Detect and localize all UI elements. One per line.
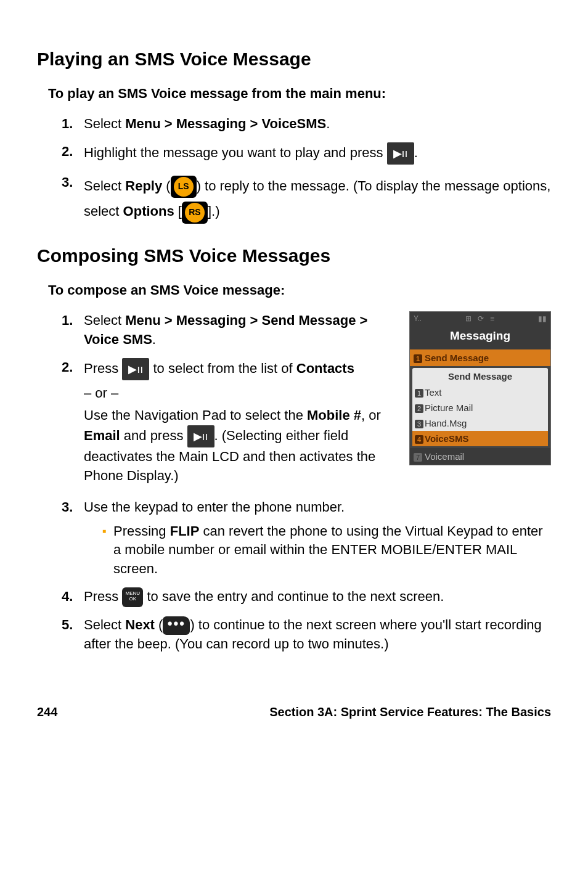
- compose-step-1: 1. Select Menu > Messaging > Send Messag…: [62, 311, 397, 349]
- next-label: Next: [125, 617, 155, 632]
- text: .: [152, 332, 156, 347]
- text: to select from the list of: [153, 360, 296, 375]
- text: .: [414, 144, 418, 160]
- play-pause-icon: ▶ıı: [122, 358, 149, 380]
- phone-screenshot: Y.. ⊞ ⟳ ≡ ▮▮ Messaging 1Send Message Sen…: [409, 311, 551, 465]
- page-footer: 244 Section 3A: Sprint Service Features:…: [37, 703, 551, 721]
- sub-label: Hand.Msg: [425, 418, 467, 428]
- text: Select: [84, 178, 125, 194]
- step-number: 2.: [62, 142, 84, 165]
- phone-submenu: Send Message 1Text 2Picture Mail 3Hand.M…: [410, 366, 550, 448]
- sub-label: Picture Mail: [425, 402, 473, 413]
- sub-label: VoiceSMS: [425, 433, 468, 444]
- step-number: 3.: [62, 173, 84, 225]
- text: Select: [84, 116, 125, 131]
- submenu-header: Send Message: [412, 368, 548, 385]
- menu-path: Menu > Messaging > VoiceSMS: [125, 116, 326, 131]
- text: [: [174, 203, 182, 219]
- text: and press: [120, 428, 187, 443]
- submenu-text: 1Text: [412, 385, 548, 400]
- submenu-voicesms: 4VoiceSMS: [412, 431, 548, 446]
- text: Select: [84, 312, 125, 328]
- text: (: [155, 617, 163, 632]
- text: Use the Navigation Pad to select the: [84, 407, 307, 423]
- or-divider: – or –: [84, 384, 397, 403]
- page-number: 244: [37, 703, 57, 721]
- play-step-2: 2. Highlight the message you want to pla…: [62, 142, 551, 165]
- text: , or: [361, 407, 381, 423]
- submenu-picture-mail: 2Picture Mail: [412, 400, 548, 415]
- heading-playing: Playing an SMS Voice Message: [37, 46, 551, 72]
- phone-screen-title: Messaging: [410, 325, 550, 349]
- text: Use the keypad to enter the phone number…: [84, 498, 551, 517]
- dots-softkey-icon: •••: [163, 616, 190, 635]
- right-softkey-icon: [182, 202, 208, 224]
- text: Press: [84, 589, 122, 604]
- menu-ok-icon: MENUOK: [122, 587, 143, 607]
- options-label: Options: [123, 203, 174, 219]
- compose-step-2: 2. Press ▶ıı to select from the list of …: [62, 358, 397, 489]
- heading-composing: Composing SMS Voice Messages: [37, 243, 551, 269]
- intro-playing: To play an SMS Voice message from the ma…: [48, 84, 551, 104]
- text: Highlight the message you want to play a…: [84, 144, 387, 160]
- phone-row-send-message: 1Send Message: [410, 349, 550, 366]
- text: to save the entry and continue to the ne…: [147, 589, 444, 604]
- submenu-hand-msg: 3Hand.Msg: [412, 415, 548, 431]
- section-label: Section 3A: Sprint Service Features: The…: [269, 703, 551, 721]
- text: .: [326, 116, 330, 131]
- mobile-label: Mobile #: [307, 407, 361, 423]
- text: (: [162, 178, 170, 194]
- phone-row-voicemail: 7Voicemail: [410, 448, 550, 465]
- step-number: 1.: [62, 311, 84, 349]
- row-label: Send Message: [425, 353, 489, 363]
- play-pause-icon: ▶ıı: [387, 142, 414, 165]
- play-step-1: 1. Select Menu > Messaging > VoiceSMS.: [62, 115, 551, 134]
- email-label: Email: [84, 428, 120, 443]
- bullet-flip: Pressing FLIP can revert the phone to us…: [102, 522, 551, 579]
- play-pause-icon: ▶ıı: [187, 425, 214, 447]
- left-softkey-icon: [171, 176, 197, 198]
- text: Pressing: [113, 523, 170, 539]
- icon-text: OK: [129, 596, 137, 602]
- play-step-3: 3. Select Reply () to reply to the messa…: [62, 173, 551, 225]
- compose-step-5: 5. Select Next (•••) to continue to the …: [62, 616, 551, 654]
- step-number: 4.: [62, 587, 84, 607]
- compose-step-3: 3. Use the keypad to enter the phone num…: [62, 498, 551, 579]
- reply-label: Reply: [125, 178, 162, 194]
- phone-status-bar: Y.. ⊞ ⟳ ≡ ▮▮: [410, 312, 550, 325]
- text: Press: [84, 360, 122, 375]
- text: ].): [208, 203, 220, 219]
- step-number: 3.: [62, 498, 84, 579]
- step-number: 1.: [62, 115, 84, 134]
- menu-path: Menu > Messaging > Send Message > Voice …: [84, 312, 367, 347]
- flip-label: FLIP: [170, 523, 200, 539]
- battery-icon: ▮▮: [538, 314, 547, 324]
- icon-text: MENU: [126, 590, 141, 596]
- status-icons: ⊞ ⟳ ≡: [465, 314, 494, 324]
- signal-icon: Y..: [414, 314, 422, 324]
- sub-label: Text: [425, 387, 442, 398]
- contacts-label: Contacts: [296, 360, 354, 375]
- row-label: Voicemail: [425, 451, 464, 462]
- step-number: 2.: [62, 358, 84, 489]
- compose-step-4: 4. Press MENUOK to save the entry and co…: [62, 587, 551, 607]
- intro-composing: To compose an SMS Voice message:: [48, 281, 551, 300]
- text: Select: [84, 617, 125, 632]
- step-number: 5.: [62, 616, 84, 654]
